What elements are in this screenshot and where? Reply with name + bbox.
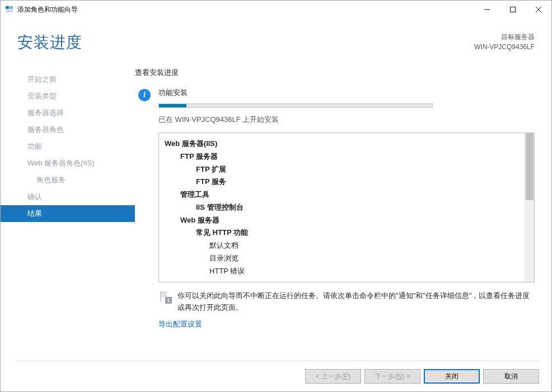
- install-row: i 功能安装 已在 WIN-VPJCQ9436LF 上开始安装 Web 服务器(…: [138, 88, 535, 329]
- feature-tree-box: Web 服务器(IIS)FTP 服务器FTP 扩展FTP 服务管理工具IIS 管…: [158, 133, 535, 282]
- sidebar-item-4[interactable]: 功能: [1, 138, 135, 155]
- progress-bar: [158, 103, 433, 108]
- page-header: 安装进度 目标服务器 WIN-VPJCQ9436LF: [1, 18, 551, 53]
- hint-text: 你可以关闭此向导而不中断正在运行的任务。请依次单击命令栏中的"通知"和"任务详细…: [177, 290, 535, 314]
- feature-item: FTP 服务器: [165, 150, 528, 163]
- footer-separator: [17, 361, 539, 361]
- svg-rect-0: [6, 6, 9, 9]
- feature-item: Web 服务器: [165, 214, 528, 227]
- prev-button: < 上一步(P): [305, 369, 361, 384]
- sidebar-item-8: 结果: [1, 205, 135, 222]
- scrollbar[interactable]: [525, 133, 534, 282]
- page-title: 安装进度: [17, 32, 82, 53]
- scrollbar-thumb[interactable]: [526, 133, 534, 200]
- window-title: 添加角色和功能向导: [17, 5, 474, 15]
- feature-item: 目录浏览: [165, 252, 528, 265]
- content-area: 查看安装进度 i 功能安装 已在 WIN-VPJCQ9436LF 上开始安装 W…: [135, 64, 535, 329]
- window-controls: [474, 1, 551, 18]
- install-body: 功能安装 已在 WIN-VPJCQ9436LF 上开始安装 Web 服务器(II…: [158, 88, 535, 329]
- install-label: 功能安装: [158, 88, 535, 98]
- hint-row: 1 你可以关闭此向导而不中断正在运行的任务。请依次单击命令栏中的"通知"和"任务…: [158, 290, 535, 314]
- section-title: 查看安装进度: [135, 68, 535, 78]
- feature-item: IIS 管理控制台: [165, 201, 528, 214]
- sidebar-item-1[interactable]: 安装类型: [1, 88, 135, 105]
- feature-item: 管理工具: [165, 188, 528, 201]
- flag-badge: 1: [165, 297, 172, 304]
- wizard-footer: < 上一步(P) 下一步(N) > 关闭 取消: [305, 369, 539, 384]
- feature-list: Web 服务器(IIS)FTP 服务器FTP 扩展FTP 服务管理工具IIS 管…: [159, 133, 534, 282]
- close-wizard-button[interactable]: 关闭: [424, 369, 480, 384]
- sidebar-item-6[interactable]: 角色服务: [1, 172, 135, 188]
- feature-item: FTP 扩展: [165, 163, 528, 176]
- next-button: 下一步(N) >: [364, 369, 420, 384]
- dest-server-name: WIN-VPJCQ9436LF: [474, 42, 535, 52]
- svg-rect-2: [6, 10, 13, 12]
- title-bar: 添加角色和功能向导: [1, 1, 551, 18]
- next-label: 下一步(N) >: [375, 372, 410, 380]
- dest-label: 目标服务器: [474, 32, 535, 42]
- app-icon: [5, 5, 14, 14]
- close-button[interactable]: [526, 1, 551, 18]
- feature-item: 默认文档: [165, 239, 528, 252]
- feature-item: 常见 HTTP 功能: [165, 226, 528, 239]
- main-area: 开始之前安装类型服务器选择服务器角色功能Web 服务器角色(IIS)角色服务确认…: [1, 53, 551, 329]
- sidebar-item-2[interactable]: 服务器选择: [1, 105, 135, 121]
- feature-item: HTTP 错误: [165, 265, 528, 278]
- feature-item: FTP 服务: [165, 176, 528, 188]
- svg-rect-4: [511, 7, 516, 12]
- sidebar-item-3[interactable]: 服务器角色: [1, 121, 135, 138]
- minimize-button[interactable]: [474, 1, 500, 18]
- maximize-button[interactable]: [500, 1, 526, 18]
- prev-label: < 上一步(P): [316, 372, 350, 380]
- progress-fill: [159, 104, 186, 107]
- cancel-button[interactable]: 取消: [483, 369, 539, 384]
- sidebar-item-5[interactable]: Web 服务器角色(IIS): [1, 155, 135, 172]
- svg-rect-1: [10, 6, 13, 9]
- flag-icon: 1: [158, 290, 171, 303]
- export-config-link[interactable]: 导出配置设置: [158, 320, 202, 328]
- info-icon: i: [138, 89, 151, 101]
- feature-item: Web 服务器(IIS): [165, 138, 528, 150]
- status-text: 已在 WIN-VPJCQ9436LF 上开始安装: [158, 115, 535, 125]
- wizard-sidebar: 开始之前安装类型服务器选择服务器角色功能Web 服务器角色(IIS)角色服务确认…: [1, 64, 135, 329]
- sidebar-item-0[interactable]: 开始之前: [1, 71, 135, 88]
- destination-server: 目标服务器 WIN-VPJCQ9436LF: [474, 32, 535, 52]
- sidebar-item-7[interactable]: 确认: [1, 188, 135, 205]
